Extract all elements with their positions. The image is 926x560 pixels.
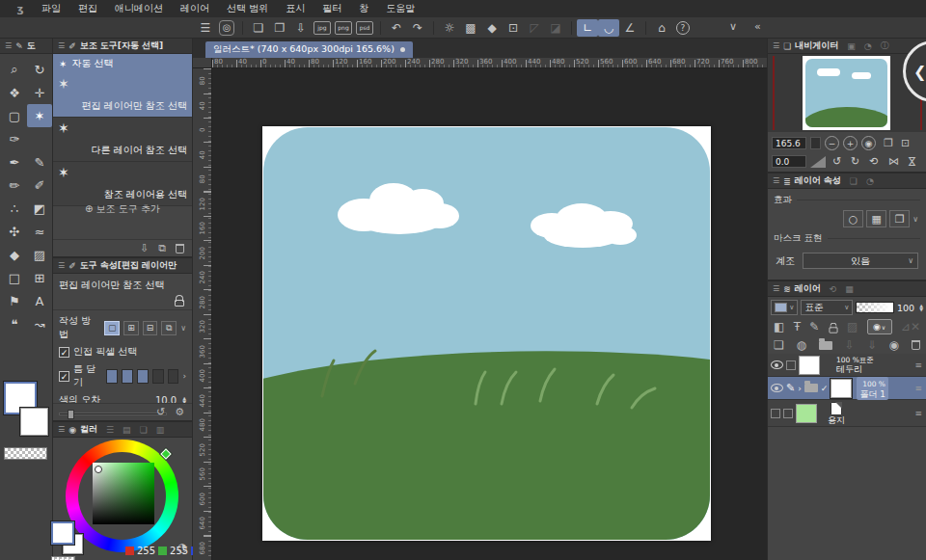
delete-layer-icon[interactable] [912, 340, 920, 350]
zoom-input[interactable]: 165.6 [772, 137, 806, 149]
sv-marker[interactable] [95, 466, 102, 473]
move-tool-icon[interactable]: ✛ [27, 81, 52, 104]
border-effect-icon[interactable]: ○ [843, 210, 863, 227]
visibility-eye-icon[interactable] [771, 360, 783, 369]
new-raster-layer-icon[interactable]: ❏ [774, 338, 784, 352]
zoom-tool-icon[interactable]: ⌕ [2, 58, 27, 81]
empty-slot-icon[interactable] [27, 127, 52, 150]
blend-mode-dropdown[interactable]: 표준∨ [801, 300, 853, 315]
animation-tab-icon[interactable]: ❏ [850, 176, 858, 186]
export-psd-icon[interactable]: psd [356, 21, 373, 35]
canvas-viewport[interactable] [212, 68, 767, 560]
effect-chevron-icon[interactable]: ∨ [912, 215, 918, 224]
enable-mask-icon[interactable]: ◉∨ [867, 319, 892, 334]
gap-segment[interactable] [152, 369, 164, 384]
rotate-view-tool-icon[interactable]: ↻ [27, 58, 52, 81]
command-icon[interactable] [380, 21, 381, 35]
expand-arrow-icon[interactable]: › [798, 384, 802, 393]
history-tab-icon[interactable]: ⟲ [830, 284, 837, 294]
import-subtool-icon[interactable]: ⇩ [140, 242, 149, 254]
eraser-tool-icon[interactable]: ◩ [27, 197, 52, 220]
export-png-icon[interactable]: png [335, 21, 352, 35]
rotation-input[interactable]: 0.0 [772, 155, 806, 168]
line-correct-tool-icon[interactable]: ↝ [27, 312, 52, 335]
polyline-tool-icon[interactable]: ⚑ [2, 289, 27, 312]
close-gap-row[interactable]: ✓ 틈 닫기 › [53, 359, 192, 389]
add-subtool-button[interactable]: ⊕ 보조 도구 추가 [53, 202, 192, 216]
color-wheel-tab-icon[interactable]: ◉ [68, 425, 76, 435]
frame-tool-icon[interactable]: ⊞ [27, 266, 52, 289]
visibility-checkbox[interactable] [771, 409, 780, 418]
rotate-right-icon[interactable]: ↻ [848, 154, 862, 169]
command-icon[interactable] [571, 21, 572, 35]
menu-item[interactable]: 애니메이션 [106, 0, 172, 17]
zoom-in-icon[interactable]: + [843, 136, 858, 150]
open-file-icon[interactable]: ❐ [269, 19, 290, 37]
decoration-tool-icon[interactable]: ✣ [2, 220, 27, 243]
layer-row-folder[interactable]: ✎ › ✓ 100 % 폴더 1 ≡ [768, 377, 926, 400]
menu-item[interactable]: 필터 [313, 0, 350, 17]
menu-item[interactable]: 편집 [69, 0, 106, 17]
gap-segment[interactable] [168, 369, 179, 384]
adjacent-pixel-row[interactable]: ✓ 인접 픽셀 선택 [53, 341, 192, 359]
edit-target-checkbox[interactable] [786, 360, 796, 370]
new-document-icon[interactable]: ❏ [248, 19, 269, 37]
text-tool-icon[interactable]: A [27, 289, 52, 312]
lock-transparent-icon[interactable]: ▨ [847, 320, 858, 333]
close-gap-checkbox[interactable]: ✓ [59, 371, 69, 382]
subtool-item[interactable]: ✶ 편집 레이어만 참조 선택 [53, 73, 192, 118]
undo-icon[interactable]: ↶ [386, 19, 407, 37]
unlock-icon[interactable] [175, 300, 184, 307]
gap-segment[interactable] [137, 369, 149, 384]
lock-layer-icon[interactable] [829, 327, 837, 333]
deselect-icon[interactable]: ☼ [439, 19, 460, 37]
edit-target-checkbox[interactable] [783, 409, 793, 418]
zoom-100-icon[interactable]: ◉ [861, 136, 876, 150]
zoom-out-icon[interactable]: − [825, 136, 839, 150]
save-file-icon[interactable]: ⇩ [290, 19, 312, 37]
layer-row-border[interactable]: 100 %표준 테두리 ≡ [768, 354, 926, 377]
onion-skin-tab-icon[interactable]: ◔ [866, 176, 874, 186]
color-slider-tab-icon[interactable]: ▤ [123, 425, 131, 435]
adjacent-pixel-checkbox[interactable]: ✓ [59, 347, 69, 358]
new-selection-icon[interactable]: ▢ [104, 321, 120, 335]
saturation-value-square[interactable] [93, 463, 154, 524]
fit-to-screen-icon[interactable]: ❐ [884, 137, 893, 149]
layer-tab-icon[interactable]: ≋ [783, 284, 791, 294]
clip-below-icon[interactable]: ◧ [774, 320, 784, 333]
layer-property-tab-icon[interactable]: ≣ [783, 176, 791, 186]
subtool-item[interactable]: ✶ 참조 레이어용 선택 [53, 162, 192, 206]
color-set-tab-icon[interactable]: ☰ [106, 425, 114, 435]
subtool-detail-icon[interactable]: ⚙ [175, 406, 184, 418]
visibility-eye-icon[interactable] [771, 384, 783, 392]
gap-segment[interactable] [122, 369, 133, 384]
opacity-stepper[interactable]: ▲▼ [919, 304, 923, 312]
csp-logo-icon[interactable]: ◎ [219, 20, 234, 36]
figure-tool-icon[interactable]: □ [2, 266, 27, 289]
snap-to-ruler-icon[interactable]: ∟ [577, 19, 598, 37]
redo-icon[interactable]: ↷ [407, 19, 428, 37]
color-mixing-tab-icon[interactable]: ▥ [156, 425, 165, 435]
paper-thumbnail[interactable] [796, 404, 817, 423]
color-history-tab-icon[interactable]: ❏ [140, 425, 148, 435]
command-bar-collapse-icon[interactable]: « [754, 20, 761, 33]
canvas-paper[interactable] [262, 126, 711, 541]
snap-to-grid-icon[interactable]: ∠ [619, 19, 640, 37]
panel-menu-icon[interactable]: ☰ [58, 425, 65, 434]
flip-horizontal-icon[interactable]: ⋈ [888, 155, 899, 168]
help-icon[interactable]: ? [676, 21, 690, 35]
marquee-tool-icon[interactable]: ▢ [2, 104, 27, 127]
gradient-tool-icon[interactable]: ▨ [27, 243, 52, 266]
layer-handle-icon[interactable]: ≡ [914, 409, 922, 418]
main-color-swatch[interactable] [51, 521, 74, 545]
navigate-tool-icon[interactable]: ❖ [2, 81, 27, 104]
menu-item[interactable]: 파일 [33, 0, 69, 17]
panel-menu-icon[interactable]: ☰ [58, 41, 65, 50]
information-tab-icon[interactable]: ⓘ [881, 40, 889, 52]
panel-menu-icon[interactable]: ☰ [773, 284, 779, 293]
pen-tool-icon[interactable]: ✒ [2, 150, 27, 173]
subtool-item[interactable]: ✶ 다른 레이어 참조 선택 [53, 118, 192, 162]
folder-mask-thumbnail[interactable] [831, 379, 852, 398]
new-folder-icon[interactable] [819, 341, 832, 350]
layer-row-paper[interactable]: 용지 ≡ [768, 400, 926, 427]
